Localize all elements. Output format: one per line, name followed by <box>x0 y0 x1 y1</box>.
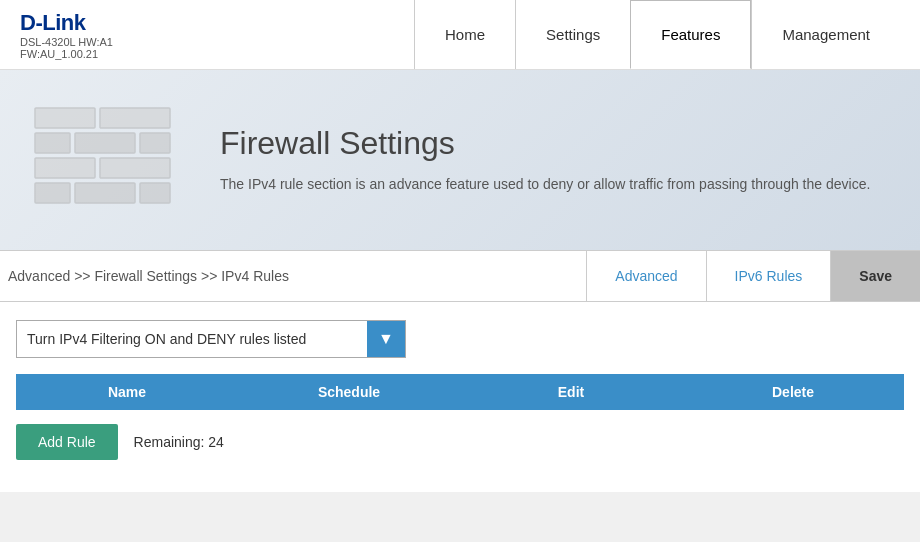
hero-description: The IPv4 rule section is an advance feat… <box>220 174 870 195</box>
col-name: Name <box>16 374 238 410</box>
tab-ipv6rules[interactable]: IPv6 Rules <box>706 251 831 301</box>
tab-save[interactable]: Save <box>830 251 920 301</box>
logo-title: D-Link <box>20 10 180 36</box>
svg-rect-2 <box>35 133 70 153</box>
add-rule-button[interactable]: Add Rule <box>16 424 118 460</box>
remaining-count: Remaining: 24 <box>134 434 224 450</box>
nav-settings[interactable]: Settings <box>515 0 630 69</box>
nav-features[interactable]: Features <box>630 0 751 69</box>
tab-advanced[interactable]: Advanced <box>586 251 705 301</box>
logo-subtitle: DSL-4320L HW:A1 FW:AU_1.00.21 <box>20 36 180 60</box>
col-delete: Delete <box>682 374 904 410</box>
header: D-Link DSL-4320L HW:A1 FW:AU_1.00.21 Hom… <box>0 0 920 70</box>
page-title: Firewall Settings <box>220 125 455 162</box>
filter-dropdown[interactable]: Turn IPv4 Filtering ON and DENY rules li… <box>16 320 406 358</box>
firewall-icon <box>30 103 180 217</box>
svg-rect-1 <box>100 108 170 128</box>
content-area: Turn IPv4 Filtering ON and DENY rules li… <box>0 302 920 492</box>
breadcrumb: Advanced >> Firewall Settings >> IPv4 Ru… <box>0 251 586 301</box>
svg-rect-0 <box>35 108 95 128</box>
nav-management[interactable]: Management <box>751 0 900 69</box>
svg-rect-9 <box>140 183 170 203</box>
svg-rect-6 <box>100 158 170 178</box>
tabs-area: Advanced IPv6 Rules Save <box>586 251 920 301</box>
table-header: Name Schedule Edit Delete <box>16 374 904 410</box>
hero-section: Firewall Settings The IPv4 rule section … <box>0 70 920 250</box>
col-edit: Edit <box>460 374 682 410</box>
filter-dropdown-row: Turn IPv4 Filtering ON and DENY rules li… <box>16 320 904 358</box>
dropdown-value: Turn IPv4 Filtering ON and DENY rules li… <box>17 331 367 347</box>
logo-area: D-Link DSL-4320L HW:A1 FW:AU_1.00.21 <box>20 10 180 60</box>
breadcrumb-bar: Advanced >> Firewall Settings >> IPv4 Ru… <box>0 250 920 302</box>
svg-rect-7 <box>35 183 70 203</box>
main-nav: Home Settings Features Management <box>180 0 900 69</box>
add-rule-row: Add Rule Remaining: 24 <box>16 410 904 474</box>
svg-rect-8 <box>75 183 135 203</box>
svg-rect-3 <box>75 133 135 153</box>
nav-home[interactable]: Home <box>414 0 515 69</box>
svg-rect-4 <box>140 133 170 153</box>
svg-rect-5 <box>35 158 95 178</box>
dropdown-arrow-icon: ▼ <box>367 320 405 358</box>
col-schedule: Schedule <box>238 374 460 410</box>
